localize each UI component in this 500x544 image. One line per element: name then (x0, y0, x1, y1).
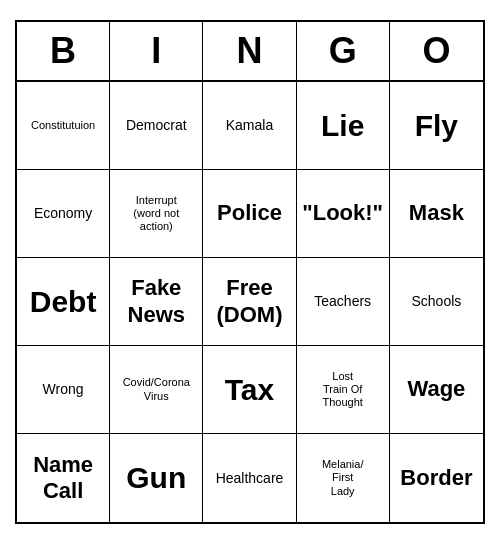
bingo-header: BINGO (17, 22, 483, 82)
bingo-cell-7: Police (203, 170, 296, 258)
cell-text-16: Covid/Corona Virus (123, 376, 190, 402)
bingo-cell-1: Democrat (110, 82, 203, 170)
bingo-cell-14: Schools (390, 258, 483, 346)
cell-text-7: Police (217, 200, 282, 226)
cell-text-5: Economy (34, 205, 92, 222)
bingo-cell-4: Fly (390, 82, 483, 170)
bingo-cell-20: Name Call (17, 434, 110, 522)
cell-text-23: Melania/ First Lady (322, 458, 364, 498)
cell-text-14: Schools (411, 293, 461, 310)
bingo-cell-13: Teachers (297, 258, 390, 346)
bingo-cell-17: Tax (203, 346, 296, 434)
bingo-grid: ConstitutuionDemocratKamalaLieFlyEconomy… (17, 82, 483, 522)
bingo-cell-16: Covid/Corona Virus (110, 346, 203, 434)
cell-text-13: Teachers (314, 293, 371, 310)
bingo-cell-0: Constitutuion (17, 82, 110, 170)
cell-text-17: Tax (225, 372, 274, 408)
cell-text-19: Wage (407, 376, 465, 402)
cell-text-6: Interrupt (word not action) (133, 194, 179, 234)
cell-text-24: Border (400, 465, 472, 491)
header-letter-O: O (390, 22, 483, 80)
cell-text-22: Healthcare (216, 470, 284, 487)
bingo-cell-23: Melania/ First Lady (297, 434, 390, 522)
cell-text-11: Fake News (128, 275, 185, 328)
header-letter-N: N (203, 22, 296, 80)
bingo-cell-6: Interrupt (word not action) (110, 170, 203, 258)
cell-text-3: Lie (321, 108, 364, 144)
bingo-cell-22: Healthcare (203, 434, 296, 522)
bingo-cell-19: Wage (390, 346, 483, 434)
cell-text-8: "Look!" (302, 200, 383, 226)
cell-text-4: Fly (415, 108, 458, 144)
cell-text-12: Free (DOM) (217, 275, 283, 328)
bingo-cell-21: Gun (110, 434, 203, 522)
header-letter-G: G (297, 22, 390, 80)
cell-text-2: Kamala (226, 117, 273, 134)
cell-text-9: Mask (409, 200, 464, 226)
cell-text-0: Constitutuion (31, 119, 95, 132)
bingo-cell-11: Fake News (110, 258, 203, 346)
cell-text-21: Gun (126, 460, 186, 496)
bingo-card: BINGO ConstitutuionDemocratKamalaLieFlyE… (15, 20, 485, 524)
cell-text-20: Name Call (33, 452, 93, 505)
header-letter-I: I (110, 22, 203, 80)
bingo-cell-24: Border (390, 434, 483, 522)
cell-text-10: Debt (30, 284, 97, 320)
bingo-cell-18: Lost Train Of Thought (297, 346, 390, 434)
bingo-cell-3: Lie (297, 82, 390, 170)
bingo-cell-10: Debt (17, 258, 110, 346)
bingo-cell-2: Kamala (203, 82, 296, 170)
bingo-cell-8: "Look!" (297, 170, 390, 258)
header-letter-B: B (17, 22, 110, 80)
bingo-cell-12: Free (DOM) (203, 258, 296, 346)
cell-text-1: Democrat (126, 117, 187, 134)
bingo-cell-9: Mask (390, 170, 483, 258)
cell-text-15: Wrong (43, 381, 84, 398)
bingo-cell-5: Economy (17, 170, 110, 258)
bingo-cell-15: Wrong (17, 346, 110, 434)
cell-text-18: Lost Train Of Thought (323, 370, 363, 410)
